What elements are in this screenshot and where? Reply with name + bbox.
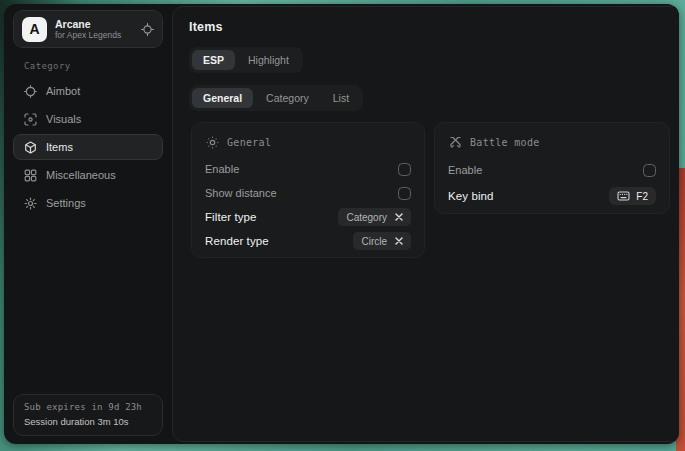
keyboard-icon [617, 191, 630, 201]
clear-icon[interactable] [395, 237, 403, 245]
sidebar-item-settings[interactable]: Settings [13, 190, 163, 216]
view-tab-group: General Category List [189, 85, 363, 111]
sidebar: A Arcane for Apex Legends Category Aimbo [4, 4, 172, 444]
tab-highlight[interactable]: Highlight [237, 50, 300, 70]
brand-card: A Arcane for Apex Legends [13, 10, 163, 48]
mode-tab-group: ESP Highlight [189, 47, 303, 73]
battle-enable-checkbox[interactable] [643, 164, 656, 177]
swords-icon [449, 136, 462, 149]
general-panel: General Enable Show distance Filter type… [191, 122, 425, 258]
filter-type-value: Category [346, 212, 387, 223]
sidebar-item-label: Aimbot [46, 85, 80, 97]
sun-dim-icon [206, 136, 219, 149]
setting-label: Show distance [205, 187, 277, 199]
panel-title: General [227, 137, 271, 148]
gear-icon [24, 197, 37, 210]
setting-label: Filter type [205, 211, 257, 223]
setting-label: Key bind [448, 190, 494, 202]
scan-eye-icon [24, 113, 37, 126]
grid-icon [24, 169, 37, 182]
setting-label: Enable [448, 164, 482, 176]
setting-row-filter-type: Filter type Category [205, 205, 411, 229]
session-duration-text: Session duration 3m 10s [24, 416, 152, 427]
main-content: Items ESP Highlight General Category Lis… [172, 6, 679, 442]
brand-name: Arcane [55, 18, 133, 30]
tab-general[interactable]: General [192, 88, 253, 108]
subscription-status-card: Sub expires in 9d 23h Session duration 3… [13, 394, 163, 436]
crosshair-icon [24, 85, 37, 98]
sidebar-item-label: Settings [46, 197, 86, 209]
sidebar-item-items[interactable]: Items [13, 134, 163, 160]
setting-row-key-bind: Key bind F2 [448, 183, 656, 209]
setting-label: Render type [205, 235, 269, 247]
sidebar-section-label: Category [24, 61, 163, 71]
key-bind-value: F2 [636, 191, 648, 202]
sidebar-item-label: Miscellaneous [46, 169, 116, 181]
brand-subtitle: for Apex Legends [55, 31, 133, 41]
tab-category[interactable]: Category [255, 88, 320, 108]
sidebar-item-label: Visuals [46, 113, 81, 125]
sub-expires-text: Sub expires in 9d 23h [24, 402, 152, 412]
sidebar-item-aimbot[interactable]: Aimbot [13, 78, 163, 104]
app-window: A Arcane for Apex Legends Category Aimbo [4, 4, 679, 444]
clear-icon[interactable] [395, 213, 403, 221]
panels-row: General Enable Show distance Filter type… [191, 122, 670, 258]
brand-text: Arcane for Apex Legends [55, 18, 133, 41]
package-icon [24, 141, 37, 154]
tab-esp[interactable]: ESP [192, 50, 235, 70]
setting-row-enable: Enable [448, 157, 656, 183]
enable-checkbox[interactable] [398, 163, 411, 176]
render-type-select[interactable]: Circle [353, 232, 411, 250]
general-panel-header: General [206, 135, 411, 149]
setting-label: Enable [205, 163, 239, 175]
setting-row-render-type: Render type Circle [205, 229, 411, 253]
render-type-value: Circle [361, 236, 387, 247]
page-title: Items [189, 20, 670, 34]
app-logo: A [22, 17, 47, 42]
target-icon[interactable] [141, 23, 154, 36]
tab-list[interactable]: List [322, 88, 360, 108]
show-distance-checkbox[interactable] [398, 187, 411, 200]
battle-mode-panel: Battle mode Enable Key bind [434, 122, 670, 214]
setting-row-show-distance: Show distance [205, 181, 411, 205]
key-bind-button[interactable]: F2 [609, 187, 656, 205]
setting-row-enable: Enable [205, 157, 411, 181]
filter-type-select[interactable]: Category [338, 208, 411, 226]
sidebar-item-visuals[interactable]: Visuals [13, 106, 163, 132]
battle-panel-header: Battle mode [449, 135, 656, 149]
sidebar-item-miscellaneous[interactable]: Miscellaneous [13, 162, 163, 188]
sidebar-item-label: Items [46, 141, 73, 153]
panel-title: Battle mode [470, 137, 540, 148]
